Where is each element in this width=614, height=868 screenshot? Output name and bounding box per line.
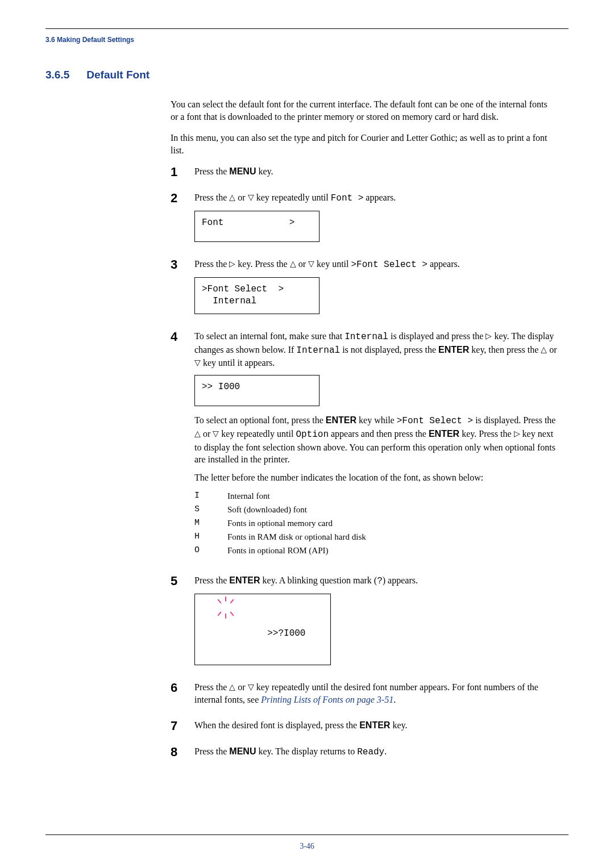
intro-paragraph-2: In this menu, you can also set the type … xyxy=(171,132,557,156)
bottom-rule xyxy=(45,834,569,835)
enter-key-label: ENTER xyxy=(429,429,459,439)
right-arrow-icon: ▷ xyxy=(486,331,492,341)
section-number: 3.6.5 xyxy=(45,69,69,81)
step-4: 4 To select an internal font, make sure … xyxy=(171,330,557,566)
table-row: HFonts in RAM disk or optional hard disk xyxy=(194,530,557,544)
right-arrow-icon: ▷ xyxy=(229,258,235,269)
up-arrow-icon: △ xyxy=(229,682,235,692)
section-title: Default Font xyxy=(86,69,150,81)
lcd-display-blinking: >>?I000 xyxy=(194,594,331,665)
step-1: 1 Press the MENU key. xyxy=(171,165,557,183)
step-number: 6 xyxy=(171,681,194,711)
right-arrow-icon: ▷ xyxy=(514,428,520,439)
intro-paragraph-1: You can select the default font for the … xyxy=(171,98,557,123)
down-arrow-icon: ▽ xyxy=(213,428,219,439)
top-rule xyxy=(45,28,569,29)
step-4-text-3: The letter before the number indicates t… xyxy=(194,471,557,484)
table-row: SSoft (downloaded) font xyxy=(194,503,557,516)
table-row: IInternal font xyxy=(194,489,557,503)
step-5: 5 Press the ENTER key. A blinking questi… xyxy=(171,574,557,673)
lcd-display-font: Font > xyxy=(194,211,320,243)
step-2: 2 Press the △ or ▽ key repeatedly until … xyxy=(171,191,557,250)
step-number: 5 xyxy=(171,574,194,673)
step-number: 8 xyxy=(171,745,194,765)
code-option: Option xyxy=(296,429,329,440)
step-3-text: Press the ▷ key. Press the △ or ▽ key un… xyxy=(194,258,557,272)
step-number: 3 xyxy=(171,258,194,322)
code-font: Font > xyxy=(331,193,364,203)
code-font-select: >Font Select > xyxy=(397,416,473,426)
step-number: 4 xyxy=(171,330,194,566)
step-3: 3 Press the ▷ key. Press the △ or ▽ key … xyxy=(171,258,557,322)
question-mark: ? xyxy=(377,576,383,586)
link-printing-lists[interactable]: Printing Lists of Fonts on page 3-51 xyxy=(261,695,393,704)
up-arrow-icon: △ xyxy=(290,258,296,269)
down-arrow-icon: ▽ xyxy=(248,682,254,692)
table-row: OFonts in optional ROM (API) xyxy=(194,544,557,557)
up-arrow-icon: △ xyxy=(229,192,235,203)
blink-icon xyxy=(217,598,236,619)
step-1-text: Press the MENU key. xyxy=(194,165,557,178)
down-arrow-icon: ▽ xyxy=(308,258,314,269)
code-internal: Internal xyxy=(296,345,340,356)
menu-key-label: MENU xyxy=(229,746,256,756)
step-6: 6 Press the △ or ▽ key repeatedly until … xyxy=(171,681,557,711)
code-font-select: >Font Select > xyxy=(351,260,427,270)
step-6-text: Press the △ or ▽ key repeatedly until th… xyxy=(194,681,557,706)
enter-key-label: ENTER xyxy=(326,415,356,425)
up-arrow-icon: △ xyxy=(541,344,547,355)
step-8-text: Press the MENU key. The display returns … xyxy=(194,745,557,759)
table-row: MFonts in optional memory card xyxy=(194,516,557,530)
running-head: 3.6 Making Default Settings xyxy=(45,36,569,44)
step-4-text-1: To select an internal font, make sure th… xyxy=(194,330,557,369)
lcd-display-i000: >> I000 xyxy=(194,375,320,407)
font-location-table: IInternal font SSoft (downloaded) font M… xyxy=(194,489,557,557)
step-2-text: Press the △ or ▽ key repeatedly until Fo… xyxy=(194,191,557,205)
up-arrow-icon: △ xyxy=(194,428,201,439)
code-internal: Internal xyxy=(345,332,388,342)
enter-key-label: ENTER xyxy=(229,575,260,585)
down-arrow-icon: ▽ xyxy=(248,192,254,203)
code-ready: Ready xyxy=(357,747,384,757)
lcd-display-font-select: >Font Select > Internal xyxy=(194,277,320,314)
page-number: 3-46 xyxy=(0,842,614,851)
step-5-text: Press the ENTER key. A blinking question… xyxy=(194,574,557,588)
step-number: 2 xyxy=(171,191,194,250)
step-number: 1 xyxy=(171,165,194,183)
enter-key-label: ENTER xyxy=(438,345,469,354)
step-number: 7 xyxy=(171,719,194,737)
menu-key-label: MENU xyxy=(229,166,256,176)
step-7-text: When the desired font is displayed, pres… xyxy=(194,719,557,732)
step-4-text-2: To select an optional font, press the EN… xyxy=(194,414,557,465)
section-heading: 3.6.5Default Font xyxy=(45,69,569,81)
down-arrow-icon: ▽ xyxy=(194,357,201,368)
step-8: 8 Press the MENU key. The display return… xyxy=(171,745,557,765)
enter-key-label: ENTER xyxy=(359,720,390,730)
step-7: 7 When the desired font is displayed, pr… xyxy=(171,719,557,737)
